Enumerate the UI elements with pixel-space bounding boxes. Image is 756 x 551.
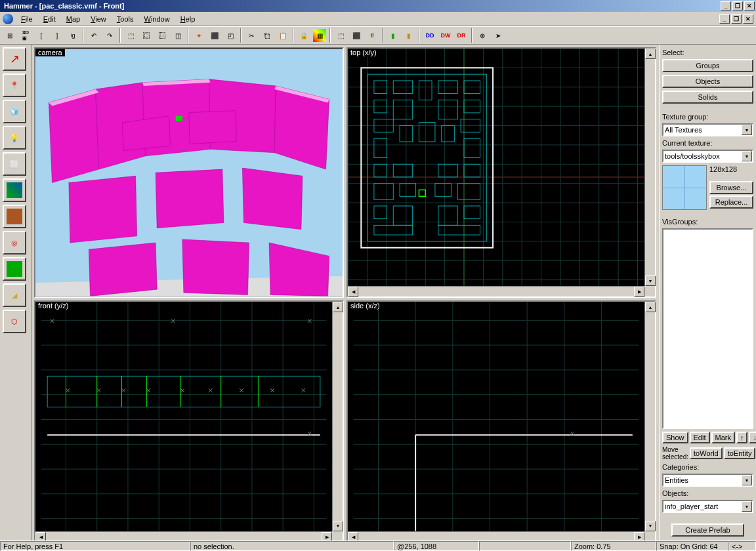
apply-tool[interactable] — [3, 205, 26, 228]
app-icon — [3, 14, 13, 24]
magnify-tool[interactable]: 📍 — [3, 73, 26, 97]
grid-larger-icon[interactable]: ] — [50, 28, 64, 43]
group-icon[interactable]: ⿴ — [139, 28, 154, 43]
ungroup-icon[interactable]: ⿶ — [155, 28, 169, 43]
texscale-icon[interactable]: ▦ — [312, 28, 327, 43]
minimize-button[interactable]: _ — [721, 1, 731, 10]
visgroup-edit-button[interactable]: Edit — [690, 432, 710, 443]
viewport-front-vscroll[interactable]: ▲▼ — [332, 302, 343, 531]
redo-icon[interactable]: ↷ — [102, 28, 117, 43]
status-help: For Help, press F1 — [0, 541, 190, 551]
viewport-side[interactable]: side (x/z) ▲▼ ◀▶ — [346, 300, 656, 543]
radius-icon[interactable]: ⊕ — [475, 28, 490, 43]
align-world-icon[interactable]: ⬚ — [333, 28, 348, 43]
hide-icon[interactable]: ◫ — [171, 28, 185, 43]
mdi-restore[interactable]: ❐ — [731, 14, 742, 24]
grid-toggle-icon[interactable]: ⊞ — [3, 28, 17, 43]
tool-dock: ↗ 📍 🧊 💡 ⬜ ◎ ◢ ⬡ — [0, 45, 32, 541]
mdi-close[interactable]: ✕ — [743, 14, 753, 24]
select-groups-button[interactable]: Groups — [662, 59, 753, 72]
browse-button[interactable]: Browse... — [709, 181, 753, 194]
3d-grid-icon[interactable]: 3D⊞ — [18, 28, 33, 43]
viewport-top[interactable]: top (x/y) — [346, 47, 656, 298]
create-prefab-button[interactable]: Create Prefab — [671, 523, 744, 537]
texgroup-combo[interactable]: All Textures▼ — [662, 123, 753, 136]
replace-button[interactable]: Replace... — [709, 195, 753, 209]
texture-tool[interactable] — [3, 178, 26, 202]
select-objects-button[interactable]: Objects — [662, 75, 753, 88]
texgroup-label: Texture group: — [662, 113, 753, 121]
visgroup-up-button[interactable]: ↑ — [736, 432, 748, 443]
status-bar: For Help, press F1 no selection. @256, 1… — [0, 541, 756, 551]
viewport-area: camera — [32, 45, 659, 541]
menu-view[interactable]: View — [85, 14, 112, 24]
grid-smaller-icon[interactable]: [ — [34, 28, 49, 43]
toworld-button[interactable]: toWorld — [690, 447, 723, 459]
undo-icon[interactable]: ↶ — [87, 28, 101, 43]
curtex-combo[interactable]: tools/toolsskybox▼ — [662, 150, 753, 163]
menu-window[interactable]: Window — [138, 14, 175, 24]
svg-marker-9 — [242, 168, 303, 230]
status-coords: @256, 1088 — [394, 541, 479, 551]
toentity-icon[interactable]: ✦ — [192, 28, 206, 43]
svg-marker-11 — [182, 239, 249, 295]
objects-combo[interactable]: info_player_start▼ — [662, 500, 753, 513]
mdi-minimize[interactable]: _ — [719, 14, 730, 24]
viewport-top-label: top (x/y) — [348, 49, 379, 56]
viewport-camera[interactable]: camera — [34, 47, 344, 298]
texlock-icon[interactable]: 🔒 — [297, 28, 311, 43]
ig-icon[interactable]: ig — [66, 28, 80, 43]
tl-icon[interactable]: tl — [365, 28, 379, 43]
hollow-icon[interactable]: ◰ — [223, 28, 238, 43]
svg-rect-112 — [354, 302, 639, 531]
viewport-top-hscroll[interactable]: ◀▶ — [348, 286, 644, 296]
menu-edit[interactable]: Edit — [38, 14, 61, 24]
dr-icon[interactable]: DR — [454, 28, 469, 43]
status-arrows: <-> — [728, 541, 756, 551]
viewport-side-vscroll[interactable]: ▲▼ — [644, 302, 655, 531]
toworld-icon[interactable]: ⬛ — [207, 28, 222, 43]
visgroups-list[interactable] — [662, 228, 753, 429]
visgroup-mark-button[interactable]: Mark — [711, 432, 735, 443]
title-bar: Hammer - [pac_classic.vmf - Front] _ ❐ ✕ — [0, 0, 756, 12]
menu-help[interactable]: Help — [175, 14, 201, 24]
entity-tool[interactable]: 🧊 — [3, 100, 26, 123]
camera-tool[interactable]: 💡 — [3, 126, 26, 150]
viewport-side-label: side (x/z) — [348, 302, 383, 310]
selection-tool[interactable]: ↗ — [3, 47, 26, 71]
block-tool[interactable]: ⬜ — [3, 152, 26, 176]
run-icon[interactable]: ➤ — [491, 28, 505, 43]
menu-file[interactable]: File — [16, 14, 38, 24]
vertex-tool[interactable]: ⬡ — [3, 310, 26, 333]
menu-bar: File Edit Map View Tools Window Help _ ❐… — [0, 12, 756, 26]
copy-icon[interactable]: ⿻ — [260, 28, 274, 43]
align-face-icon[interactable]: ⬛ — [349, 28, 364, 43]
restore-button[interactable]: ❐ — [732, 1, 743, 10]
viewport-front[interactable]: front (y/z) — [34, 300, 344, 543]
visgroup-show-button[interactable]: Show — [662, 432, 688, 443]
paste-icon[interactable]: 📋 — [276, 28, 290, 43]
cordon-icon[interactable]: ▮ — [386, 28, 400, 43]
visgroup-down-button[interactable]: ↓ — [749, 432, 756, 443]
toentity-button[interactable]: toEntity — [724, 447, 756, 459]
visgroups-label: VisGroups: — [662, 218, 753, 226]
window-title: Hammer - [pac_classic.vmf - Front] — [1, 2, 719, 10]
cut-icon[interactable]: ✂ — [244, 28, 259, 43]
close-button[interactable]: ✕ — [744, 1, 755, 10]
viewport-front-label: front (y/z) — [35, 302, 71, 310]
decal-tool[interactable]: ◎ — [3, 231, 26, 255]
dw-icon[interactable]: DW — [438, 28, 453, 43]
curtex-label: Current texture: — [662, 139, 753, 147]
carve-icon[interactable]: ⬚ — [123, 28, 138, 43]
menu-tools[interactable]: Tools — [112, 14, 139, 24]
menu-map[interactable]: Map — [61, 14, 85, 24]
overlay-tool[interactable] — [3, 257, 26, 281]
status-zoom: Zoom: 0.75 — [571, 541, 656, 551]
clip-tool[interactable]: ◢ — [3, 283, 26, 307]
categories-combo[interactable]: Entities▼ — [662, 474, 753, 487]
select-solids-button[interactable]: Solids — [662, 91, 753, 104]
dm-icon[interactable]: DD — [423, 28, 437, 43]
cordon-edit-icon[interactable]: ▮ — [402, 28, 416, 43]
viewport-top-vscroll[interactable]: ▲▼ — [644, 49, 655, 286]
select-label: Select: — [662, 49, 753, 56]
